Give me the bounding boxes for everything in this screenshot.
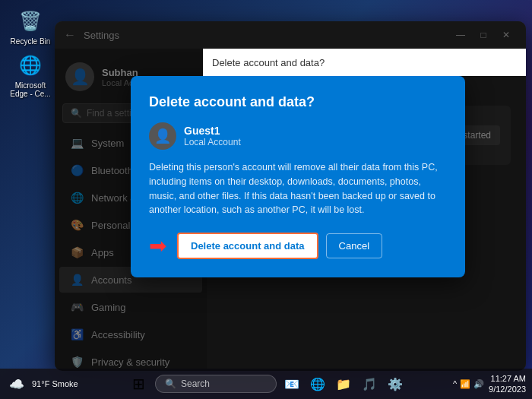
taskbar-settings-icon[interactable]: ⚙️ (385, 373, 406, 394)
search-bar-text: Delete account and data? (212, 57, 325, 68)
dialog-avatar: 👤 (149, 122, 176, 150)
taskbar-mail-icon[interactable]: 📧 (281, 373, 302, 394)
tray-network-icon: 📶 (460, 379, 470, 389)
recycle-bin-label: Recycle Bin (11, 37, 51, 46)
weather-label: 91°F Smoke (32, 379, 78, 388)
taskbar-search[interactable]: 🔍 Search (155, 375, 277, 393)
desktop-icons: 🗑️ Recycle Bin 🌐 Microsoft Edge - Ce... (8, 8, 53, 98)
time: 11:27 AM (489, 373, 526, 384)
taskbar-right: ^ 📶 🔊 11:27 AM 9/12/2023 (453, 373, 526, 395)
edge-label: Microsoft Edge - Ce... (8, 81, 53, 98)
date: 9/12/2023 (489, 384, 526, 394)
recycle-bin-icon[interactable]: 🗑️ Recycle Bin (8, 8, 53, 46)
start-button[interactable]: ⊞ (126, 372, 150, 396)
dialog-account-type: Local Account (184, 137, 241, 147)
delete-account-button[interactable]: Delete account and data (177, 233, 318, 259)
dialog-user-details: Guest1 Local Account (184, 125, 241, 147)
weather-icon[interactable]: ☁️ (6, 373, 27, 394)
edge-image: 🌐 (17, 52, 44, 79)
dialog-username: Guest1 (184, 125, 241, 137)
dialog-title: Delete account and data? (149, 94, 447, 110)
arrow-indicator: ➡ (149, 233, 166, 258)
tray-volume-icon: 🔊 (473, 379, 484, 389)
search-overlay-bar: Delete account and data? (203, 49, 526, 76)
desktop: 🗑️ Recycle Bin 🌐 Microsoft Edge - Ce... … (0, 0, 532, 399)
taskbar-music-icon[interactable]: 🎵 (359, 373, 380, 394)
taskbar-left: ☁️ 91°F Smoke (6, 373, 78, 394)
time-display[interactable]: 11:27 AM 9/12/2023 (489, 373, 526, 395)
dialog-buttons: ➡ Delete account and data Cancel (149, 233, 447, 259)
settings-window: ← Settings — □ ✕ 👤 Subhan Local Account (55, 21, 526, 371)
taskbar: ☁️ 91°F Smoke ⊞ 🔍 Search 📧 🌐 📁 🎵 ⚙️ ^ 📶 … (0, 369, 532, 399)
taskbar-search-icon: 🔍 (165, 378, 176, 389)
dialog-message: Deleting this person's account will remo… (149, 160, 447, 217)
system-tray: ^ 📶 🔊 (453, 379, 484, 389)
tray-chevron[interactable]: ^ (453, 379, 457, 388)
delete-dialog: Delete account and data? 👤 Guest1 Local … (131, 76, 465, 277)
taskbar-edge-icon[interactable]: 🌐 (307, 373, 328, 394)
edge-icon[interactable]: 🌐 Microsoft Edge - Ce... (8, 52, 53, 98)
recycle-bin-image: 🗑️ (17, 8, 44, 35)
taskbar-folder-icon[interactable]: 📁 (333, 373, 354, 394)
dialog-user-info: 👤 Guest1 Local Account (149, 122, 447, 150)
taskbar-center: ⊞ 🔍 Search 📧 🌐 📁 🎵 ⚙️ (126, 372, 406, 396)
cancel-button[interactable]: Cancel (326, 233, 382, 258)
taskbar-search-placeholder: Search (181, 378, 210, 389)
